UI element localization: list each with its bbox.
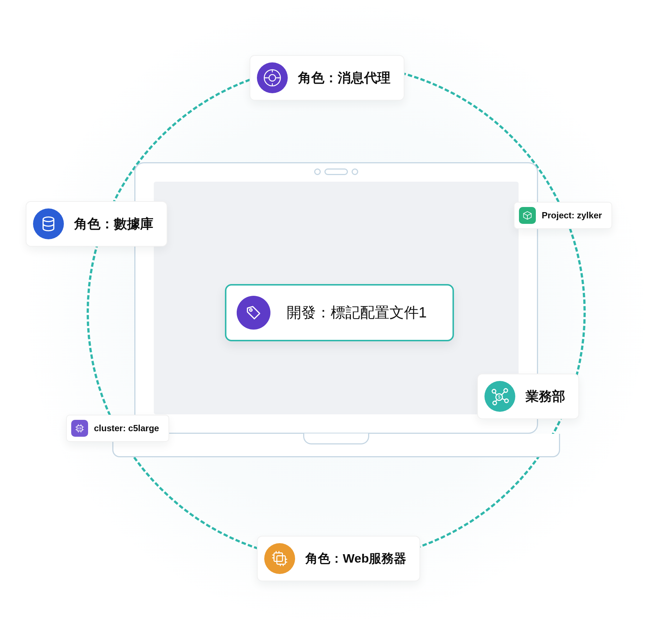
svg-point-0 <box>250 309 252 311</box>
center-node: 開發：標記配置文件1 <box>225 284 454 341</box>
database-icon <box>33 208 64 239</box>
network-money-icon: $ <box>484 381 515 412</box>
servers-icon <box>264 543 295 574</box>
svg-point-2 <box>269 75 276 81</box>
svg-text:$: $ <box>498 395 501 400</box>
svg-rect-13 <box>277 556 285 564</box>
cube-icon <box>519 207 536 224</box>
svg-point-9 <box>493 401 497 405</box>
node-database: 角色：數據庫 <box>26 201 167 247</box>
diagram-stage: 開發：標記配置文件1 角色：消息代理 角色：數據庫 <box>0 0 672 625</box>
node-label: 角色：Web服務器 <box>305 550 406 567</box>
center-node-label: 開發：標記配置文件1 <box>287 302 427 323</box>
cpu-icon: C5 <box>71 420 88 437</box>
node-label: cluster: c5large <box>94 423 159 433</box>
node-label: Project: zylker <box>542 210 602 221</box>
svg-text:C5: C5 <box>78 427 81 430</box>
svg-rect-12 <box>274 553 283 562</box>
node-label: 角色：消息代理 <box>298 69 391 87</box>
svg-point-8 <box>505 399 508 403</box>
node-cluster: C5 cluster: c5large <box>66 415 169 442</box>
laptop-camera-row <box>314 168 358 175</box>
laptop-hinge <box>303 433 369 444</box>
node-message-broker: 角色：消息代理 <box>250 55 404 101</box>
svg-point-3 <box>43 217 54 222</box>
node-label: 業務部 <box>526 388 565 406</box>
node-project: Project: zylker <box>514 202 612 229</box>
message-broker-icon <box>257 62 288 93</box>
node-business: $ 業務部 <box>477 374 579 419</box>
tag-icon <box>237 296 270 330</box>
node-label: 角色：數據庫 <box>74 215 153 233</box>
node-web-server: 角色：Web服務器 <box>257 536 420 581</box>
